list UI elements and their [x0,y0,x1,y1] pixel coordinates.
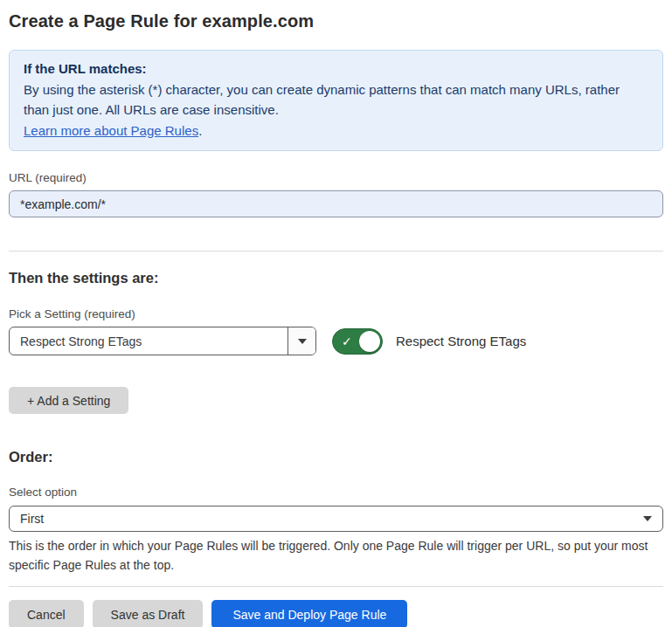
save-deploy-button[interactable]: Save and Deploy Page Rule [211,600,407,627]
link-period: . [198,123,202,138]
info-box-heading: If the URL matches: [24,59,648,79]
save-draft-button[interactable]: Save as Draft [93,600,204,627]
info-box-link-line: Learn more about Page Rules. [24,121,648,141]
section-divider-top [9,251,663,251]
learn-more-link[interactable]: Learn more about Page Rules [24,123,198,138]
url-field-label: URL (required) [9,170,663,185]
page-rule-form: Create a Page Rule for example.com If th… [0,0,672,627]
info-box-body: By using the asterisk (*) character, you… [24,79,648,121]
settings-section-heading: Then the settings are: [9,269,663,286]
check-icon: ✓ [342,334,352,347]
toggle-knob [359,331,380,352]
order-section-heading: Order: [9,448,663,465]
setting-row: Respect Strong ETags ✓ Respect Strong ET… [9,327,663,355]
footer-divider [9,586,663,587]
toggle-label: Respect Strong ETags [396,334,526,348]
chevron-down-icon [643,516,652,521]
order-select-label: Select option [9,485,663,500]
cancel-button[interactable]: Cancel [9,600,84,627]
url-match-info-box: If the URL matches: By using the asteris… [9,50,663,151]
url-input[interactable] [9,190,663,217]
order-select[interactable]: First [9,506,663,532]
order-help-text: This is the order in which your Page Rul… [9,537,663,575]
setting-select[interactable]: Respect Strong ETags [9,327,316,355]
order-select-value: First [20,512,643,526]
etags-toggle[interactable]: ✓ [332,328,383,355]
chevron-down-icon [298,339,307,344]
pick-setting-label: Pick a Setting (required) [9,307,663,321]
add-setting-button[interactable]: + Add a Setting [9,387,128,414]
setting-select-arrow-button[interactable] [288,327,315,355]
setting-select-value: Respect Strong ETags [10,327,288,355]
page-title: Create a Page Rule for example.com [9,10,663,31]
footer-actions: Cancel Save as Draft Save and Deploy Pag… [9,600,663,627]
